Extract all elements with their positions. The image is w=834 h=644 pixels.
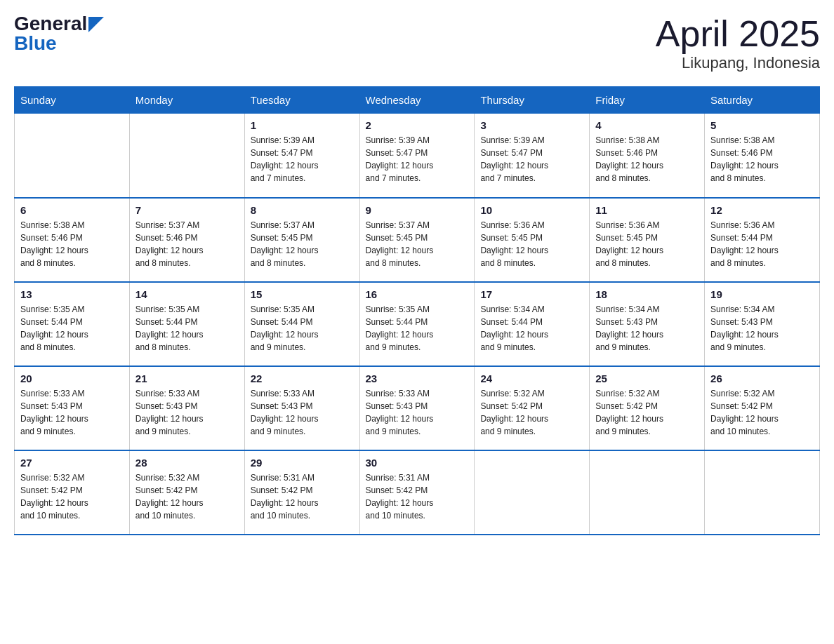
day-info: Sunrise: 5:31 AM Sunset: 5:42 PM Dayligh… xyxy=(366,471,469,522)
day-number: 2 xyxy=(366,119,469,131)
calendar-cell: 29Sunrise: 5:31 AM Sunset: 5:42 PM Dayli… xyxy=(244,450,359,535)
day-info: Sunrise: 5:35 AM Sunset: 5:44 PM Dayligh… xyxy=(20,303,124,354)
day-number: 28 xyxy=(135,457,239,469)
calendar-cell: 1Sunrise: 5:39 AM Sunset: 5:47 PM Daylig… xyxy=(244,114,359,198)
calendar-cell: 23Sunrise: 5:33 AM Sunset: 5:43 PM Dayli… xyxy=(359,366,475,450)
header-friday: Friday xyxy=(590,87,705,114)
header-saturday: Saturday xyxy=(705,87,820,114)
day-number: 29 xyxy=(251,457,354,469)
day-number: 24 xyxy=(480,373,583,384)
logo: General Blue xyxy=(14,14,104,53)
day-info: Sunrise: 5:32 AM Sunset: 5:42 PM Dayligh… xyxy=(595,387,699,438)
page-title: April 2025 xyxy=(656,14,820,54)
day-number: 12 xyxy=(710,204,814,216)
day-info: Sunrise: 5:32 AM Sunset: 5:42 PM Dayligh… xyxy=(135,471,239,522)
header-sunday: Sunday xyxy=(15,87,130,114)
logo-triangle-icon xyxy=(88,17,104,32)
calendar-cell: 10Sunrise: 5:36 AM Sunset: 5:45 PM Dayli… xyxy=(475,198,590,282)
calendar-cell xyxy=(15,114,130,198)
calendar-cell: 22Sunrise: 5:33 AM Sunset: 5:43 PM Dayli… xyxy=(244,366,359,450)
day-number: 23 xyxy=(366,373,469,384)
day-info: Sunrise: 5:33 AM Sunset: 5:43 PM Dayligh… xyxy=(366,387,469,438)
calendar-cell: 4Sunrise: 5:38 AM Sunset: 5:46 PM Daylig… xyxy=(590,114,705,198)
week-row-4: 20Sunrise: 5:33 AM Sunset: 5:43 PM Dayli… xyxy=(15,366,820,450)
calendar-cell: 9Sunrise: 5:37 AM Sunset: 5:45 PM Daylig… xyxy=(359,198,475,282)
header-row: SundayMondayTuesdayWednesdayThursdayFrid… xyxy=(15,87,820,114)
header-monday: Monday xyxy=(129,87,244,114)
day-number: 14 xyxy=(135,288,239,300)
calendar-cell: 12Sunrise: 5:36 AM Sunset: 5:44 PM Dayli… xyxy=(705,198,820,282)
day-info: Sunrise: 5:35 AM Sunset: 5:44 PM Dayligh… xyxy=(135,303,239,354)
day-number: 27 xyxy=(20,457,124,469)
calendar-cell xyxy=(129,114,244,198)
day-info: Sunrise: 5:36 AM Sunset: 5:44 PM Dayligh… xyxy=(710,219,814,269)
calendar-cell xyxy=(705,450,820,535)
day-number: 25 xyxy=(595,373,699,384)
logo-general: General xyxy=(14,14,87,34)
calendar-cell: 3Sunrise: 5:39 AM Sunset: 5:47 PM Daylig… xyxy=(475,114,590,198)
calendar-header: SundayMondayTuesdayWednesdayThursdayFrid… xyxy=(15,87,820,114)
calendar-cell: 16Sunrise: 5:35 AM Sunset: 5:44 PM Dayli… xyxy=(359,282,475,366)
day-number: 19 xyxy=(710,288,814,300)
week-row-2: 6Sunrise: 5:38 AM Sunset: 5:46 PM Daylig… xyxy=(15,198,820,282)
calendar-cell: 5Sunrise: 5:38 AM Sunset: 5:46 PM Daylig… xyxy=(705,114,820,198)
day-number: 21 xyxy=(135,373,239,384)
day-number: 5 xyxy=(710,119,814,131)
day-number: 10 xyxy=(480,204,583,216)
day-number: 7 xyxy=(135,204,239,216)
calendar-cell: 7Sunrise: 5:37 AM Sunset: 5:46 PM Daylig… xyxy=(129,198,244,282)
day-info: Sunrise: 5:36 AM Sunset: 5:45 PM Dayligh… xyxy=(480,219,583,269)
calendar-cell: 27Sunrise: 5:32 AM Sunset: 5:42 PM Dayli… xyxy=(15,450,130,535)
day-number: 1 xyxy=(251,119,354,131)
day-number: 16 xyxy=(366,288,469,300)
calendar-cell: 28Sunrise: 5:32 AM Sunset: 5:42 PM Dayli… xyxy=(129,450,244,535)
day-info: Sunrise: 5:38 AM Sunset: 5:46 PM Dayligh… xyxy=(595,134,699,185)
title-block: April 2025 Likupang, Indonesia xyxy=(656,14,820,72)
day-number: 26 xyxy=(710,373,814,384)
week-row-3: 13Sunrise: 5:35 AM Sunset: 5:44 PM Dayli… xyxy=(15,282,820,366)
day-number: 6 xyxy=(20,204,124,216)
calendar-cell: 20Sunrise: 5:33 AM Sunset: 5:43 PM Dayli… xyxy=(15,366,130,450)
calendar-cell: 8Sunrise: 5:37 AM Sunset: 5:45 PM Daylig… xyxy=(244,198,359,282)
day-info: Sunrise: 5:34 AM Sunset: 5:44 PM Dayligh… xyxy=(480,303,583,354)
day-info: Sunrise: 5:39 AM Sunset: 5:47 PM Dayligh… xyxy=(366,134,469,185)
day-number: 20 xyxy=(20,373,124,384)
header-thursday: Thursday xyxy=(475,87,590,114)
calendar-cell: 14Sunrise: 5:35 AM Sunset: 5:44 PM Dayli… xyxy=(129,282,244,366)
calendar-cell: 2Sunrise: 5:39 AM Sunset: 5:47 PM Daylig… xyxy=(359,114,475,198)
day-info: Sunrise: 5:37 AM Sunset: 5:45 PM Dayligh… xyxy=(366,219,469,269)
page-subtitle: Likupang, Indonesia xyxy=(656,54,820,72)
day-info: Sunrise: 5:35 AM Sunset: 5:44 PM Dayligh… xyxy=(366,303,469,354)
day-info: Sunrise: 5:33 AM Sunset: 5:43 PM Dayligh… xyxy=(20,387,124,438)
calendar-cell: 25Sunrise: 5:32 AM Sunset: 5:42 PM Dayli… xyxy=(590,366,705,450)
day-info: Sunrise: 5:32 AM Sunset: 5:42 PM Dayligh… xyxy=(20,471,124,522)
day-info: Sunrise: 5:38 AM Sunset: 5:46 PM Dayligh… xyxy=(20,219,124,269)
svg-marker-0 xyxy=(88,17,104,32)
day-info: Sunrise: 5:32 AM Sunset: 5:42 PM Dayligh… xyxy=(480,387,583,438)
day-number: 17 xyxy=(480,288,583,300)
day-info: Sunrise: 5:33 AM Sunset: 5:43 PM Dayligh… xyxy=(251,387,354,438)
calendar-cell xyxy=(590,450,705,535)
day-info: Sunrise: 5:31 AM Sunset: 5:42 PM Dayligh… xyxy=(251,471,354,522)
day-number: 22 xyxy=(251,373,354,384)
day-number: 15 xyxy=(251,288,354,300)
calendar-cell: 6Sunrise: 5:38 AM Sunset: 5:46 PM Daylig… xyxy=(15,198,130,282)
day-number: 3 xyxy=(480,119,583,131)
week-row-5: 27Sunrise: 5:32 AM Sunset: 5:42 PM Dayli… xyxy=(15,450,820,535)
day-info: Sunrise: 5:35 AM Sunset: 5:44 PM Dayligh… xyxy=(251,303,354,354)
day-number: 13 xyxy=(20,288,124,300)
day-number: 30 xyxy=(366,457,469,469)
calendar-cell: 24Sunrise: 5:32 AM Sunset: 5:42 PM Dayli… xyxy=(475,366,590,450)
logo-blue: Blue xyxy=(14,32,57,54)
calendar-cell: 21Sunrise: 5:33 AM Sunset: 5:43 PM Dayli… xyxy=(129,366,244,450)
header-wednesday: Wednesday xyxy=(359,87,475,114)
day-info: Sunrise: 5:37 AM Sunset: 5:45 PM Dayligh… xyxy=(251,219,354,269)
day-info: Sunrise: 5:33 AM Sunset: 5:43 PM Dayligh… xyxy=(135,387,239,438)
day-number: 9 xyxy=(366,204,469,216)
calendar-cell: 19Sunrise: 5:34 AM Sunset: 5:43 PM Dayli… xyxy=(705,282,820,366)
day-info: Sunrise: 5:37 AM Sunset: 5:46 PM Dayligh… xyxy=(135,219,239,269)
calendar-cell: 17Sunrise: 5:34 AM Sunset: 5:44 PM Dayli… xyxy=(475,282,590,366)
day-info: Sunrise: 5:34 AM Sunset: 5:43 PM Dayligh… xyxy=(710,303,814,354)
day-number: 11 xyxy=(595,204,699,216)
calendar-cell: 15Sunrise: 5:35 AM Sunset: 5:44 PM Dayli… xyxy=(244,282,359,366)
